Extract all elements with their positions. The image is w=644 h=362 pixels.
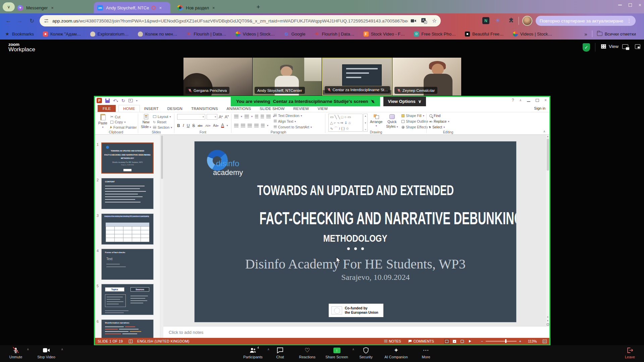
video-options-chevron[interactable]: ∧ (61, 348, 63, 351)
bookmark-item[interactable]: Beautiful Free… (465, 32, 504, 37)
participant-video-active[interactable]: Centar za Interdisciplinarne St… (322, 58, 392, 96)
shrink-font-button[interactable]: A▾ (225, 115, 229, 119)
notes-toggle[interactable]: NOTES (384, 339, 401, 343)
participant-video[interactable]: Zeynep Cemalcılar (392, 58, 461, 96)
slide-sorter-button[interactable] (452, 339, 458, 344)
copy-button[interactable]: Copy▾ (110, 120, 126, 124)
cut-button[interactable]: ✂Cut (110, 115, 120, 119)
bookmarks-overflow-button[interactable]: » (584, 31, 587, 37)
participants-button[interactable]: 4 Participants (239, 347, 266, 359)
grow-font-button[interactable]: A▴ (219, 115, 223, 119)
shapes-gallery[interactable]: ▭╲╲□○▭△⌐¬⇒⇓⌂∿⌒≀{}☆ (328, 114, 363, 132)
minimize-icon[interactable] (618, 5, 622, 5)
tab-zoom-meeting[interactable]: zm Andy Stoycheff, NTCe × (94, 2, 170, 13)
spellcheck-icon[interactable] (129, 340, 132, 343)
reset-button[interactable]: ↻Reset (153, 120, 166, 124)
ai-companion-button[interactable]: ✦ AI Companion (381, 347, 411, 359)
align-text-button[interactable]: Align Text▾ (274, 119, 296, 123)
participants-options-chevron[interactable]: ∧ (267, 348, 270, 351)
slide-thumbnail-6[interactable]: Disinformation narratives (101, 319, 154, 338)
bookmark-item[interactable]: Videos | Stock… (235, 32, 275, 37)
site-settings-icon[interactable] (44, 18, 49, 23)
profile-avatar[interactable] (522, 16, 532, 26)
font-color-button[interactable]: A (221, 123, 224, 128)
participant-video[interactable]: Gergana Pencheva (183, 58, 252, 96)
security-button[interactable]: Security (354, 347, 378, 359)
char-spacing-button[interactable]: AV▾ (205, 124, 210, 127)
reactions-button[interactable]: ♡ Reactions (294, 347, 321, 359)
extension-n-icon[interactable]: N (482, 17, 489, 24)
more-button[interactable]: ⋯ More (416, 347, 436, 359)
meeting-security-shield-icon[interactable]: ✓ (583, 43, 590, 52)
tab-insert[interactable]: INSERT (140, 105, 163, 112)
restart-to-update-button[interactable]: Повторно стартиране за актуализиране ⋮ (536, 16, 636, 26)
bookmark-item[interactable]: FStock Video - F… (364, 32, 405, 37)
decrease-indent-icon[interactable] (255, 115, 258, 118)
tab-design[interactable]: DESIGN (163, 105, 187, 112)
ribbon-options-icon[interactable]: ∧ (519, 99, 522, 102)
minimize-icon[interactable] (527, 101, 530, 102)
share-screen-button[interactable]: ↑ Share Screen (323, 347, 351, 359)
help-icon[interactable]: ? (512, 98, 514, 103)
format-painter-button[interactable]: Format Painter (110, 125, 137, 129)
fullscreen-icon[interactable] (635, 44, 640, 49)
restore-icon[interactable] (536, 99, 539, 102)
paste-button[interactable]: Paste▾ (98, 114, 107, 129)
bookmark-item[interactable]: ✳Flourish | Data… (186, 32, 226, 37)
shape-fill-button[interactable]: Shape Fill▾ (401, 114, 424, 118)
url-text[interactable]: app.zoom.us/wc/4380735082/join?fromPWA=1… (52, 18, 408, 23)
underline-button[interactable]: U (187, 123, 190, 128)
slide-scrollbar[interactable]: ▴ ▴ ▾ (546, 135, 549, 326)
bookmark-item[interactable]: Exploratorium… (90, 32, 129, 37)
view-button[interactable]: View (601, 44, 619, 49)
align-center-icon[interactable] (241, 124, 245, 127)
new-slide-button[interactable]: NewSlide ▾ (141, 114, 151, 129)
tab-transitions[interactable]: TRANSITIONS (187, 105, 222, 112)
bold-button[interactable]: B (177, 123, 180, 128)
columns-icon[interactable] (261, 124, 265, 127)
undo-icon[interactable]: ↶▾ (113, 99, 118, 103)
leave-button[interactable]: Leave (620, 347, 640, 359)
font-size-select[interactable]: ▾ (207, 114, 217, 120)
replace-button[interactable]: abReplace▾ (429, 119, 449, 123)
tab-search-button[interactable]: ∨ (3, 2, 15, 11)
slideshow-button[interactable] (467, 339, 473, 344)
split-handle[interactable] (547, 323, 549, 325)
zoom-out-icon[interactable]: − (481, 339, 483, 343)
participant-video[interactable]: Andy Stoycheff, NTCenter (253, 58, 321, 96)
section-button[interactable]: Section▾ (153, 125, 172, 129)
quick-styles-button[interactable]: QuickStyles ▾ (386, 114, 398, 128)
layout-button[interactable]: Layout▾ (153, 115, 171, 119)
tab-messenger[interactable]: Messenger × (14, 2, 91, 13)
sign-in-link[interactable]: Sign in (534, 106, 545, 110)
panel-scrollbar[interactable] (160, 135, 163, 338)
address-bar[interactable]: app.zoom.us/wc/4380735082/join?fromPWA=1… (40, 15, 441, 26)
tab-home[interactable]: HOME (118, 105, 140, 112)
strikethrough-button[interactable]: S (192, 123, 195, 128)
bookmark-item[interactable]: Колеж по мен… (138, 32, 177, 37)
select-button[interactable]: Select▾ (429, 125, 445, 129)
justify-icon[interactable] (254, 124, 259, 127)
arrange-button[interactable]: Arrange▾ (370, 114, 382, 127)
bookmark-item[interactable]: ✳Flourish | Data… (314, 32, 354, 37)
view-options-button[interactable]: View Options∨ (383, 97, 426, 106)
qat-customize-icon[interactable]: ▾ (136, 99, 138, 102)
tab-camera-icon[interactable] (411, 18, 416, 23)
bookmark-item[interactable]: GGoogle (284, 32, 305, 37)
zoom-in-icon[interactable]: + (519, 339, 521, 343)
start-slideshow-icon[interactable] (128, 99, 133, 102)
clear-format-button[interactable]: abc (198, 124, 203, 127)
chat-button[interactable]: Chat (270, 347, 290, 359)
slide-thumbnail-5[interactable]: Topics Sources (101, 284, 154, 315)
zoom-slider[interactable] (486, 341, 517, 342)
bookmark-item[interactable]: Колеж "Адам… (43, 32, 81, 37)
slide-thumbnail-2[interactable]: CONTENT (101, 178, 154, 209)
forward-button[interactable]: → (15, 16, 24, 25)
save-icon[interactable] (105, 99, 110, 103)
font-name-select[interactable]: ▾ (177, 114, 205, 120)
bookmark-item[interactable]: DFree Stock Pho… (414, 32, 456, 37)
stop-video-button[interactable]: Stop Video (33, 347, 60, 359)
all-bookmarks-button[interactable]: Всички отметки (597, 32, 636, 37)
back-button[interactable]: ← (4, 16, 13, 25)
slide-thumbnail-3[interactable]: Analysis of the existing fact-checking (… (101, 214, 154, 245)
